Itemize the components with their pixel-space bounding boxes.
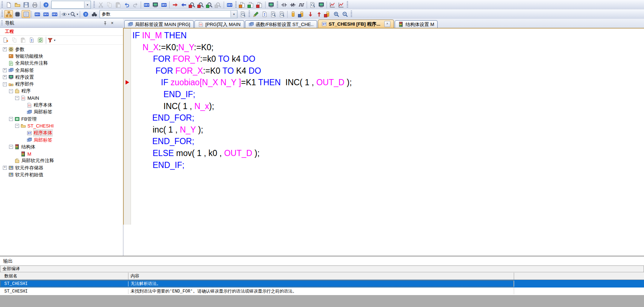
print-button[interactable] bbox=[30, 1, 39, 9]
tab-0[interactable]: 局部标签设置 MAIN [PRG] bbox=[124, 20, 194, 28]
jump-previous-button[interactable] bbox=[315, 10, 323, 18]
program-read-button[interactable] bbox=[247, 1, 255, 9]
trace-search-button[interactable] bbox=[308, 1, 317, 9]
display-filter-button[interactable]: ▼ bbox=[47, 36, 56, 44]
program-verify-button[interactable] bbox=[255, 1, 264, 9]
device-buffer-memory-button[interactable] bbox=[159, 1, 168, 9]
paste-data-button[interactable] bbox=[19, 36, 27, 44]
zoom-out-button[interactable] bbox=[341, 10, 349, 18]
tree-item-15[interactable]: M bbox=[0, 150, 123, 157]
undo-button[interactable] bbox=[122, 1, 131, 9]
cut-button[interactable] bbox=[96, 1, 105, 9]
waveform-display-button[interactable] bbox=[337, 1, 345, 9]
read-from-plc-button[interactable] bbox=[179, 1, 188, 9]
redo-button[interactable] bbox=[131, 1, 140, 9]
module-configuration-button[interactable] bbox=[13, 10, 22, 18]
toolbar-grip[interactable] bbox=[351, 10, 352, 18]
sampling-trace-button[interactable] bbox=[328, 1, 337, 9]
tab-4[interactable]: 结构体设置 M bbox=[395, 20, 438, 28]
device-test-button[interactable] bbox=[225, 1, 234, 9]
zoom-in-button[interactable] bbox=[332, 10, 341, 18]
close-contact-button[interactable] bbox=[288, 1, 297, 9]
data-property-button[interactable] bbox=[27, 36, 36, 44]
device-comment-search-button[interactable] bbox=[142, 1, 151, 9]
tree-item-14[interactable]: −结构体 bbox=[0, 143, 123, 150]
tree-item-1[interactable]: 智能功能模块 bbox=[0, 53, 123, 60]
display-content-button[interactable]: ▼ bbox=[61, 10, 70, 18]
output-row-0[interactable]: ST_CHESHI无法解析语法。 bbox=[0, 280, 644, 287]
help-button[interactable] bbox=[41, 1, 50, 9]
cross-reference-button[interactable] bbox=[90, 10, 98, 18]
monitor-write-mode-button[interactable] bbox=[205, 1, 214, 9]
jump-next-button[interactable] bbox=[306, 10, 315, 18]
tree-item-3[interactable]: +全局标签 bbox=[0, 67, 123, 74]
project-data-combo[interactable]: ▼ bbox=[51, 1, 91, 9]
output-filter-bar[interactable]: 全部编译 bbox=[0, 265, 644, 272]
column-header-data-name[interactable]: 数据名 bbox=[0, 273, 128, 280]
collapse-icon[interactable]: − bbox=[9, 117, 13, 121]
copy-data-button[interactable] bbox=[10, 36, 19, 44]
new-data-button[interactable] bbox=[1, 36, 10, 44]
refresh-button[interactable] bbox=[36, 36, 45, 44]
help-button-2[interactable] bbox=[81, 10, 90, 18]
pulse-instruction-button[interactable] bbox=[297, 1, 306, 9]
project-data-combo-dropdown-icon[interactable]: ▼ bbox=[84, 1, 91, 8]
program-write-button[interactable] bbox=[238, 1, 247, 9]
tree-item-0[interactable]: +参数 bbox=[0, 46, 123, 53]
open-project-button[interactable] bbox=[13, 1, 22, 9]
monitor-stop-button[interactable] bbox=[197, 1, 205, 9]
output-row-1[interactable]: ST_CHESHI未找到语法中需要的'END_FOR'。请确认错误显示行的语法或… bbox=[0, 287, 644, 295]
tree-item-7[interactable]: −MAIN bbox=[0, 95, 123, 101]
navigation-window-button[interactable] bbox=[4, 10, 13, 18]
tree-item-8[interactable]: 程序本体 bbox=[0, 101, 123, 108]
monitor-start-button[interactable] bbox=[188, 1, 197, 9]
bookmark-delete-button[interactable] bbox=[323, 10, 332, 18]
toolbar-grip[interactable] bbox=[1, 1, 3, 8]
new-project-button[interactable] bbox=[4, 1, 13, 9]
pc-verify-button[interactable] bbox=[267, 1, 275, 9]
expand-icon[interactable]: + bbox=[3, 75, 7, 79]
tree-item-13[interactable]: 局部标签 bbox=[0, 137, 123, 143]
trace-display-button[interactable] bbox=[317, 1, 325, 9]
tab-2[interactable]: 函数/FB标签设置 ST_CHE.. bbox=[245, 20, 317, 28]
tab-3[interactable]: ST_CHESHI [FB] 程序...× bbox=[318, 20, 394, 28]
tree-item-11[interactable]: −ST_CHESHI bbox=[0, 122, 123, 129]
tree-item-6[interactable]: −程序 bbox=[0, 88, 123, 95]
display-filter-button-dropdown-icon[interactable]: ▼ bbox=[53, 39, 56, 42]
collapse-icon[interactable]: − bbox=[9, 89, 13, 93]
expand-icon[interactable]: + bbox=[3, 166, 7, 170]
device-batch-monitor-button[interactable] bbox=[50, 10, 59, 18]
statement-display-button[interactable] bbox=[260, 10, 269, 18]
tree-item-10[interactable]: −FB管理 bbox=[0, 116, 123, 122]
device-search-button-dropdown-icon[interactable]: ▼ bbox=[76, 13, 79, 16]
pin-icon[interactable] bbox=[102, 20, 108, 26]
monitor-pause-button[interactable] bbox=[214, 1, 223, 9]
device-monitor-button[interactable] bbox=[151, 1, 159, 9]
tree-item-5[interactable]: −程序部件 bbox=[0, 81, 123, 87]
toolbar-grip[interactable] bbox=[347, 1, 348, 8]
work-window-button[interactable] bbox=[22, 10, 30, 18]
bookmark-list-button[interactable] bbox=[297, 10, 306, 18]
paste-button[interactable] bbox=[114, 1, 122, 9]
find-next-button[interactable] bbox=[277, 10, 286, 18]
edit-mode-button[interactable] bbox=[251, 10, 260, 18]
tab-close-button[interactable]: × bbox=[384, 21, 390, 27]
device-label-list-button[interactable] bbox=[41, 10, 50, 18]
collapse-icon[interactable]: − bbox=[3, 82, 7, 86]
tree-item-9[interactable]: 局部标签 bbox=[0, 109, 123, 116]
tree-item-16[interactable]: 局部软元件注释 bbox=[0, 157, 123, 164]
open-contact-button[interactable] bbox=[280, 1, 288, 9]
toolbar-grip[interactable] bbox=[235, 1, 237, 8]
device-comment-display-button[interactable] bbox=[33, 10, 41, 18]
collapse-icon[interactable]: − bbox=[15, 96, 19, 100]
display-content-button-dropdown-icon[interactable]: ▼ bbox=[67, 13, 70, 16]
expand-icon[interactable]: + bbox=[3, 68, 7, 72]
write-to-plc-button[interactable] bbox=[171, 1, 179, 9]
find-target-combo-dropdown-icon[interactable]: ▼ bbox=[231, 11, 237, 17]
st-editor[interactable]: IF IN_M THENN_X:=K0;N_Y:=K0;FOR FOR_Y:=k… bbox=[123, 28, 644, 225]
tree-item-4[interactable]: +程序设置 bbox=[0, 74, 123, 81]
toolbar-grip[interactable] bbox=[1, 10, 3, 18]
expand-icon[interactable]: + bbox=[3, 47, 7, 51]
tree-item-18[interactable]: 软元件初始值 bbox=[0, 171, 123, 178]
copy-button[interactable] bbox=[105, 1, 114, 9]
